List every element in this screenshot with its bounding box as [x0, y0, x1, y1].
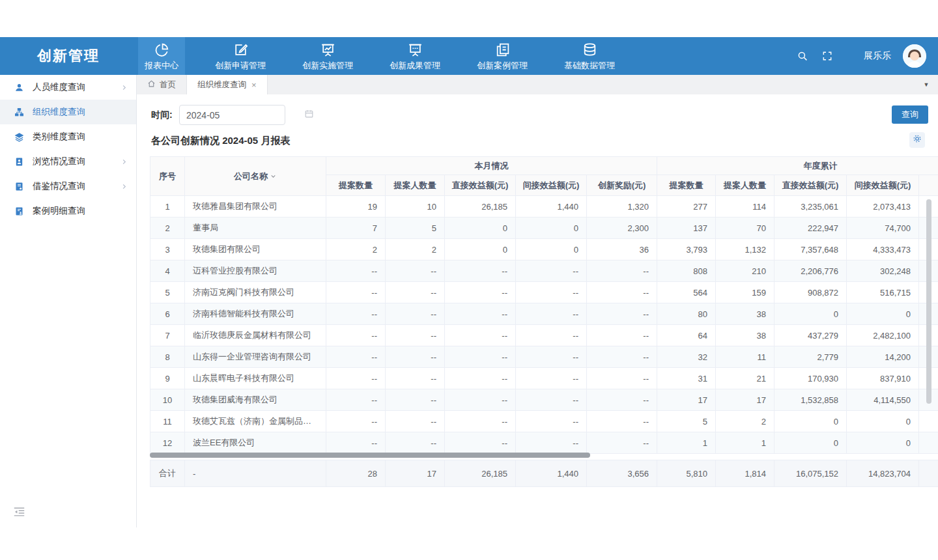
cell-month-value: --: [445, 260, 516, 282]
col-header-company[interactable]: 公司名称: [185, 157, 326, 196]
nav-item-base-data[interactable]: 基础数据管理: [558, 37, 621, 75]
cell-index: 8: [150, 346, 185, 368]
sidebar-item-org-dimension[interactable]: 组织维度查询: [0, 100, 136, 124]
table-row[interactable]: 7 临沂玫德庚辰金属材料有限公司----------6438437,2792,4…: [150, 325, 938, 346]
table-row[interactable]: 9 山东晨晖电子科技有限公司----------3121170,930837,9…: [150, 368, 938, 389]
col-header: 提案数量: [326, 175, 386, 196]
avatar[interactable]: [903, 44, 926, 68]
gear-icon: [912, 133, 922, 147]
query-button[interactable]: 查询: [892, 105, 928, 124]
layers-icon: [14, 132, 25, 142]
cell-index: 1: [150, 196, 185, 217]
horizontal-scrollbar[interactable]: [150, 453, 590, 458]
cell-month-value: --: [516, 282, 587, 303]
cell-month-value: --: [587, 303, 657, 325]
sidebar-item-label: 人员维度查询: [33, 81, 121, 93]
cell-month-value: 0: [516, 239, 587, 260]
cell-year-value: 1,532,858: [775, 389, 847, 411]
col-header: 提案人数量: [716, 175, 775, 196]
user-name[interactable]: 展乐乐: [864, 50, 891, 62]
cell-year-value: 3,793: [657, 239, 716, 260]
sidebar-item-person-dimension[interactable]: 人员维度查询: [0, 75, 136, 100]
fullscreen-icon[interactable]: [821, 49, 834, 63]
cell-month-value: --: [445, 346, 516, 368]
close-icon[interactable]: ×: [251, 80, 257, 90]
table-row[interactable]: 1 玫德雅昌集团有限公司191026,1851,4401,3202771143,…: [150, 196, 938, 217]
cell-index: 3: [150, 239, 185, 260]
nav-item-report-center[interactable]: 报表中心: [138, 37, 185, 75]
cell-month-value: --: [326, 432, 386, 454]
nav-item-innovation-apply[interactable]: 创新申请管理: [208, 37, 272, 75]
present-board-icon: [407, 41, 423, 58]
cell-month-value: --: [386, 411, 445, 432]
chevron-right-icon: [121, 182, 128, 190]
cell-index: 12: [150, 432, 185, 454]
table-row[interactable]: 11 玫德艾瓦兹（济南）金属制品有...----------5200: [150, 411, 938, 432]
sidebar-item-case-detail[interactable]: 案例明细查询: [0, 199, 136, 223]
table-row[interactable]: 8 山东得一企业管理咨询有限公司----------32112,77914,20…: [150, 346, 938, 368]
table-row[interactable]: 2 董事局75002,30013770222,94774,700: [150, 217, 938, 239]
col-header: 提案人数量: [386, 175, 445, 196]
cell-year-value: 2,779: [775, 346, 847, 368]
cell-year-value: 38: [716, 303, 775, 325]
sidebar-collapse-icon[interactable]: [13, 507, 26, 518]
sidebar: 人员维度查询 组织维度查询 类别维度查询: [0, 75, 137, 527]
cell-month-value: --: [326, 368, 386, 389]
sidebar-item-browse-status[interactable]: 浏览情况查询: [0, 149, 136, 174]
vertical-scrollbar[interactable]: [926, 199, 931, 404]
cell-month-value: 10: [386, 196, 445, 217]
table-row[interactable]: 6 济南科德智能科技有限公司----------803800: [150, 303, 938, 325]
cell-year-value: 2,482,100: [847, 325, 919, 346]
cell-month-value: --: [516, 432, 587, 454]
cell-clipped: [919, 432, 938, 454]
cell-month-value: --: [516, 303, 587, 325]
cell-year-value: 0: [847, 432, 919, 454]
cell-month-value: --: [516, 389, 587, 411]
table-row[interactable]: 10 玫德集团威海有限公司----------17171,532,8584,11…: [150, 389, 938, 411]
total-month-value: 28: [326, 460, 386, 487]
table-row[interactable]: 12 波兰EE有限公司----------1100: [150, 432, 938, 454]
cell-year-value: 2,206,776: [775, 260, 847, 282]
date-picker-input[interactable]: [179, 105, 285, 125]
nav-item-innovation-result[interactable]: 创新成果管理: [383, 37, 447, 75]
cell-year-value: 5: [657, 411, 716, 432]
cell-month-value: --: [326, 303, 386, 325]
tab-org-dimension[interactable]: 组织维度查询 ×: [187, 75, 268, 94]
cell-year-value: 38: [716, 325, 775, 346]
cell-year-value: 1: [716, 432, 775, 454]
cell-year-value: 17: [657, 389, 716, 411]
nav-item-innovation-case[interactable]: 创新案例管理: [470, 37, 534, 75]
col-header-index: 序号: [150, 157, 185, 196]
table-row[interactable]: 5 济南迈克阀门科技有限公司----------564159908,872516…: [150, 282, 938, 303]
sidebar-item-label: 借鉴情况查询: [33, 180, 121, 192]
settings-button[interactable]: [909, 132, 925, 148]
tab-home[interactable]: 首页: [137, 75, 187, 94]
cell-year-value: 14,200: [847, 346, 919, 368]
cell-month-value: 2: [386, 239, 445, 260]
search-icon[interactable]: [796, 49, 809, 63]
total-clipped: [919, 460, 938, 487]
cell-year-value: 837,910: [847, 368, 919, 389]
cell-month-value: --: [516, 260, 587, 282]
table-row[interactable]: 4 迈科管业控股有限公司----------8082102,206,776302…: [150, 260, 938, 282]
total-month-value: 1,440: [516, 460, 587, 487]
cell-index: 7: [150, 325, 185, 346]
chevron-right-icon: [121, 83, 128, 91]
pie-chart-icon: [154, 41, 170, 58]
cell-month-value: --: [445, 303, 516, 325]
sidebar-item-category-dimension[interactable]: 类别维度查询: [0, 124, 136, 149]
sidebar-item-reference-status[interactable]: 借鉴情况查询: [0, 174, 136, 199]
report-table-container: 序号 公司名称 本月情况 年度累计提案数量提案人数量直接效益额(元)间接效益额(…: [150, 156, 938, 454]
main-content: 时间: 查询 各公司创新情况 2024-05 月报表 序号 公司名称 本月情况 …: [137, 94, 938, 527]
cell-month-value: --: [326, 325, 386, 346]
total-year-value: 14,823,704: [847, 460, 919, 487]
nav-label: 创新申请管理: [215, 60, 266, 72]
cell-year-value: 0: [847, 303, 919, 325]
date-value-field[interactable]: [186, 110, 304, 120]
cell-year-value: 4,114,550: [847, 389, 919, 411]
tab-options-dropdown-icon[interactable]: ▼: [918, 75, 934, 94]
nav-item-innovation-implement[interactable]: 创新实施管理: [296, 37, 360, 75]
report-table: 序号 公司名称 本月情况 年度累计提案数量提案人数量直接效益额(元)间接效益额(…: [150, 156, 938, 454]
cell-year-value: 564: [657, 282, 716, 303]
table-row[interactable]: 3 玫德集团有限公司2200363,7931,1327,357,6484,333…: [150, 239, 938, 260]
